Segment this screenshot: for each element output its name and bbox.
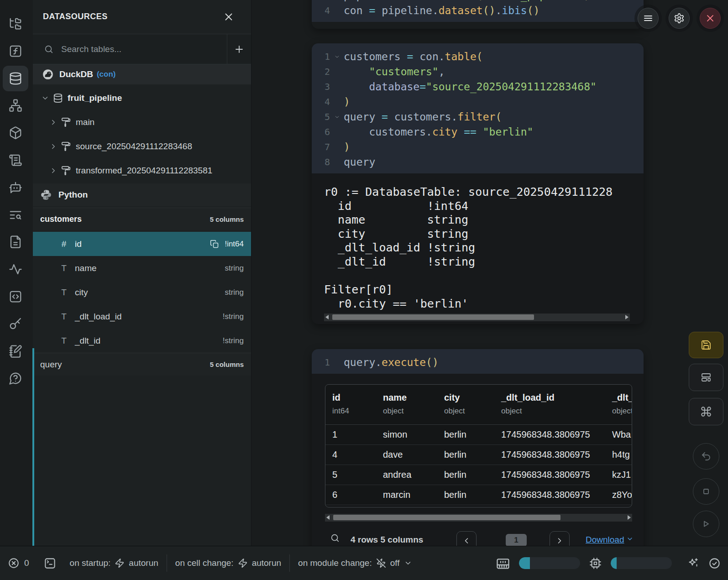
- sidebar-rail-activity[interactable]: [3, 256, 28, 282]
- sidebar-rail-key-round[interactable]: [3, 311, 28, 337]
- code-line[interactable]: 5query = customers.filter(: [312, 110, 644, 125]
- column-header-city[interactable]: cityobject: [437, 385, 494, 424]
- fold-gutter: [330, 0, 344, 3]
- code-line[interactable]: 3 database="source_202504291112283468": [312, 79, 644, 94]
- column-header-_dlt_id[interactable]: _dlt_idobject: [605, 385, 632, 424]
- cell-menu-button[interactable]: [638, 8, 659, 29]
- stop-button[interactable]: [693, 478, 719, 505]
- column-row-_dlt_load_id[interactable]: T_dlt_load_id!string: [33, 304, 251, 329]
- python-section[interactable]: Python: [33, 183, 251, 206]
- code-line[interactable]: 6 customers.city == "berlin": [312, 125, 644, 140]
- line-number: 6: [312, 125, 330, 140]
- undo-button[interactable]: [693, 443, 719, 470]
- chevron-down-icon: [404, 559, 412, 567]
- scroll-left-arrow[interactable]: [325, 315, 329, 319]
- sidebar-rail-scroll-text[interactable]: [3, 147, 28, 173]
- sidebar-rail-file-text[interactable]: [3, 229, 28, 255]
- scrollbar-thumb[interactable]: [332, 314, 534, 320]
- scroll-right-arrow[interactable]: [628, 515, 631, 520]
- save-button[interactable]: [689, 332, 723, 358]
- code-cell-setup[interactable]: 3pipeline = dlt.attach("fruit_pipeline")…: [312, 0, 644, 29]
- code-line[interactable]: 1customers = con.table(: [312, 49, 644, 64]
- column-header-id[interactable]: idint64: [325, 385, 376, 424]
- statusbar-item-autorun[interactable]: on cell change:autorun: [175, 558, 281, 568]
- sidebar-rail-database[interactable]: [3, 66, 28, 91]
- command-palette-button[interactable]: [689, 398, 723, 425]
- tree-item-transformed_202504291112283581[interactable]: transformed_202504291112283581: [33, 159, 251, 183]
- code-line[interactable]: 3pipeline = dlt.attach("fruit_pipeline"): [312, 0, 644, 3]
- cpu-usage-meter[interactable]: [611, 557, 672, 569]
- sidebar-rail-bot-message[interactable]: [3, 175, 28, 200]
- panel-scroll-indicator[interactable]: [32, 348, 34, 546]
- table-header-customers[interactable]: customers5 columns: [33, 208, 251, 230]
- chevron-right-icon[interactable]: [49, 167, 58, 175]
- shutdown-button[interactable]: [700, 8, 721, 29]
- sidebar-rail-function-square[interactable]: [3, 38, 28, 64]
- sidebar-rail-notebook-pen[interactable]: [3, 339, 28, 364]
- code-line[interactable]: 4con = pipeline.dataset().ibis(): [312, 3, 644, 18]
- scroll-left-arrow[interactable]: [326, 515, 330, 520]
- tree-item-main[interactable]: main: [33, 110, 251, 135]
- column-row-city[interactable]: Tcitystring: [33, 280, 251, 304]
- tree-item-source_202504291112283468[interactable]: source_202504291112283468: [33, 135, 251, 159]
- fold-chevron-icon[interactable]: [330, 49, 344, 64]
- tree-item-fruit_pipeline[interactable]: fruit_pipeline: [33, 86, 251, 110]
- code-line[interactable]: 8query: [312, 155, 644, 170]
- column-row-name[interactable]: Tnamestring: [33, 256, 251, 280]
- terminal-icon[interactable]: [44, 557, 56, 570]
- search-tables-input[interactable]: [61, 40, 221, 59]
- download-link[interactable]: Download: [586, 535, 634, 545]
- errors-icon[interactable]: [8, 557, 20, 569]
- connection-status-icon[interactable]: [708, 557, 721, 570]
- code-line[interactable]: 1query.execute(): [312, 355, 644, 370]
- horizontal-scrollbar[interactable]: [324, 314, 630, 321]
- table-header-query[interactable]: query5 columns: [33, 353, 251, 376]
- chevron-right-icon[interactable]: [49, 118, 58, 126]
- close-panel-button[interactable]: [222, 10, 236, 24]
- code-editor[interactable]: 3pipeline = dlt.attach("fruit_pipeline")…: [312, 0, 644, 22]
- search-rows-icon[interactable]: [330, 533, 340, 545]
- horizontal-scrollbar[interactable]: [325, 514, 632, 522]
- code-line[interactable]: 7): [312, 140, 644, 155]
- chevron-down-icon[interactable]: [41, 94, 49, 102]
- copy-icon[interactable]: [210, 240, 219, 249]
- statusbar-item-autorun[interactable]: on startup:autorun: [70, 558, 158, 568]
- connection-duckdb[interactable]: DuckDB (con): [33, 64, 251, 84]
- sidebar-rail-code-square[interactable]: [3, 284, 28, 309]
- code-cell-execute[interactable]: 1query.execute() idint64nameobjectcityob…: [312, 349, 644, 566]
- sidebar-rail-text-search[interactable]: [3, 202, 28, 228]
- code-cell-query[interactable]: 1customers = con.table(2 "customers",3 d…: [312, 43, 644, 324]
- sidebar-rail-folder-tree[interactable]: [3, 11, 28, 37]
- table-row[interactable]: 5andreaberlin1745968348.3806975kzJ1: [325, 465, 632, 485]
- sidebar-rail-help-circle[interactable]: [3, 366, 28, 391]
- table-row[interactable]: 6marcinberlin1745968348.3806975z8Yo: [325, 485, 632, 505]
- code-editor[interactable]: 1customers = con.table(2 "customers",3 d…: [312, 43, 644, 173]
- settings-button[interactable]: [669, 8, 690, 29]
- memory-usage-meter[interactable]: [519, 557, 580, 569]
- add-datasource-button[interactable]: [230, 41, 248, 58]
- result-table[interactable]: idint64nameobjectcityobject_dlt_load_ido…: [325, 384, 632, 507]
- layout-toggle-button[interactable]: [689, 364, 723, 391]
- fold-gutter: [330, 125, 344, 140]
- sidebar-rail-box[interactable]: [3, 120, 28, 146]
- statusbar-item-off[interactable]: on module change:off: [298, 558, 412, 568]
- text-type-icon: T: [59, 263, 68, 273]
- fold-chevron-icon[interactable]: [330, 110, 344, 125]
- sidebar-rail-network[interactable]: [3, 93, 28, 118]
- code-line[interactable]: 2 "customers",: [312, 64, 644, 79]
- table-row[interactable]: 4daveberlin1745968348.3806975h4tg: [325, 445, 632, 465]
- column-row-_dlt_id[interactable]: T_dlt_id!string: [33, 329, 251, 353]
- scrollbar-thumb[interactable]: [333, 515, 560, 520]
- table-row[interactable]: 1simonberlin1745968348.3806975Wba: [325, 425, 632, 445]
- column-row-id[interactable]: #id!int64: [33, 232, 251, 256]
- sparkles-icon[interactable]: [687, 557, 699, 569]
- run-button[interactable]: [693, 511, 719, 537]
- code-editor[interactable]: 1query.execute(): [312, 349, 644, 374]
- code-line[interactable]: 4): [312, 94, 644, 110]
- chevron-right-icon[interactable]: [49, 142, 58, 151]
- column-header-_dlt_load_id[interactable]: _dlt_load_idobject: [494, 385, 605, 424]
- column-header-name[interactable]: nameobject: [376, 385, 437, 424]
- cell-output-repr: r0 := DatabaseTable: source_202504291112…: [312, 173, 644, 311]
- scroll-right-arrow[interactable]: [625, 315, 628, 319]
- page-indicator[interactable]: 1: [506, 534, 527, 547]
